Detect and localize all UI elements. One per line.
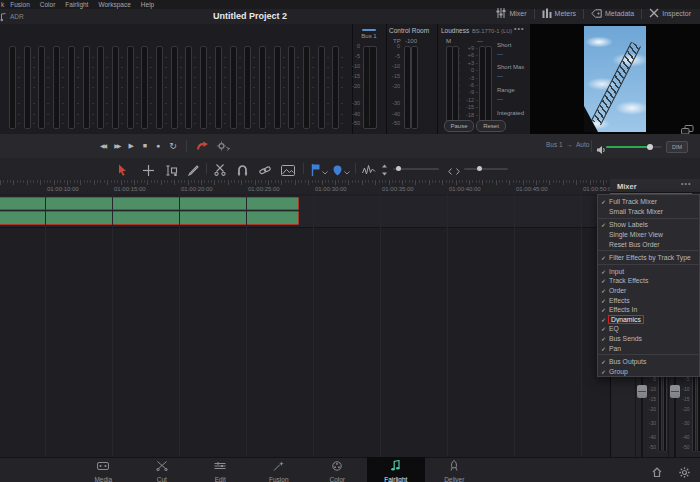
menu-item-help[interactable]: Help (141, 1, 154, 8)
marker-icon[interactable] (333, 162, 342, 180)
thumbnail-icon[interactable] (281, 162, 295, 180)
home-icon[interactable] (652, 464, 662, 482)
razor-icon[interactable] (214, 162, 226, 180)
monitor-mode-label[interactable]: Auto (576, 141, 589, 148)
strip-meter (692, 376, 696, 452)
track-meter (288, 46, 295, 129)
automation-settings-icon[interactable] (217, 137, 230, 155)
strip-scale-value: -30 (680, 421, 690, 426)
menu-item-label: Effects (609, 297, 630, 304)
menu-item-filter-effects-by-track-type[interactable]: ✓Filter Effects by Track Type (598, 253, 699, 263)
marker-dropdown-icon[interactable] (344, 162, 350, 180)
mixer-icon (496, 8, 506, 19)
rewind-button[interactable]: ◀◀ (100, 141, 105, 151)
menu-item-order[interactable]: ✓Order (598, 286, 699, 296)
adr-icon[interactable] (0, 8, 6, 26)
menu-item-track-effects[interactable]: ✓Track Effects (598, 276, 699, 286)
record-button[interactable]: ● (156, 141, 160, 151)
flag-icon[interactable] (311, 162, 320, 180)
vertical-zoom-icon[interactable] (381, 162, 388, 180)
menu-item-dynamics[interactable]: ✓Dynamics (598, 315, 699, 325)
mixer-panel-title: Mixer (617, 182, 637, 191)
meter-tick (165, 87, 167, 88)
gear-icon[interactable] (679, 464, 690, 482)
adr-label[interactable]: ADR (10, 13, 24, 20)
meter-tick (180, 67, 182, 68)
menu-item-reset-bus-order[interactable]: Reset Bus Order (598, 239, 699, 249)
loudness-options-icon[interactable]: ••• (514, 25, 524, 32)
zoom-presets-icon[interactable] (362, 162, 376, 180)
play-button[interactable]: ▶ (128, 141, 133, 151)
meter-tick (136, 87, 138, 88)
horizontal-zoom-slider[interactable] (464, 168, 508, 170)
loudness-stat-label: Integrated (497, 110, 524, 116)
tab-edit[interactable]: Edit (191, 457, 250, 482)
fusion-page-icon (273, 457, 284, 475)
meter-tick (297, 77, 299, 78)
timecode-label: 01:00:35:00 (382, 186, 414, 192)
range-selection-icon[interactable] (143, 162, 154, 180)
meter-tick (180, 87, 182, 88)
fast-forward-button[interactable]: ▶▶ (114, 141, 119, 151)
tab-cut[interactable]: Cut (133, 457, 192, 482)
vertical-zoom-knob[interactable] (396, 166, 401, 171)
menu-item-bus-outputs[interactable]: ✓Bus Outputs (598, 357, 699, 367)
tab-color[interactable]: Color (308, 457, 367, 482)
fader-handle[interactable] (637, 385, 647, 398)
scale-value: -20 (388, 84, 400, 89)
stop-button[interactable]: ■ (143, 141, 147, 151)
loudness-title: Loudness (441, 27, 469, 34)
snap-magnet-icon[interactable] (237, 162, 248, 180)
timeline-tracks[interactable] (0, 194, 610, 457)
menu-item-input[interactable]: ✓Input (598, 267, 699, 277)
menu-item-single-mixer-view[interactable]: Single Mixer View (598, 230, 699, 240)
tab-deliver[interactable]: Deliver (425, 457, 484, 482)
horizontal-zoom-icon[interactable] (448, 162, 460, 180)
menu-item-show-labels[interactable]: ✓Show Labels (598, 220, 699, 230)
menu-item-label: Order (609, 287, 626, 294)
menu-item-full-track-mixer[interactable]: ✓Full Track Mixer (598, 197, 699, 207)
pause-button[interactable]: Pause (444, 120, 474, 132)
dim-button[interactable]: DIM (666, 141, 688, 153)
meter-tick (253, 77, 255, 78)
menu-item-fusion[interactable]: Fusion (10, 1, 30, 8)
meters-panel-button[interactable]: Meters (535, 8, 583, 19)
menu-item-fairlight[interactable]: Fairlight (65, 1, 88, 8)
tab-fusion[interactable]: Fusion (250, 457, 309, 482)
fader-handle[interactable] (670, 385, 680, 398)
scale-value: -5 (388, 54, 400, 59)
reset-button[interactable]: Reset (476, 120, 506, 132)
selection-tool-icon[interactable] (117, 162, 127, 180)
mixer-panel-button[interactable]: Mixer (489, 8, 533, 19)
ruler-ticks-coarse (0, 180, 610, 185)
link-icon[interactable] (259, 162, 271, 180)
metadata-panel-button[interactable]: Metadata (584, 9, 641, 19)
meter-tick (209, 67, 211, 68)
menu-item-eq[interactable]: ✓EQ (598, 324, 699, 334)
menu-item-pan[interactable]: ✓Pan (598, 343, 699, 353)
meter-tick (150, 87, 152, 88)
menu-item-bus-sends[interactable]: ✓Bus Sends (598, 334, 699, 344)
tab-media[interactable]: Media (74, 457, 133, 482)
horizontal-zoom-knob[interactable] (477, 166, 482, 171)
speaker-icon[interactable] (596, 141, 607, 159)
menu-item-color[interactable]: Color (40, 1, 56, 8)
menu-item-small-track-mixer[interactable]: Small Track Mixer (598, 207, 699, 217)
menu-item-effects-in[interactable]: ✓Effects In (598, 305, 699, 315)
mixer-options-icon[interactable]: ••• (681, 180, 691, 187)
monitor-bus-label[interactable]: Bus 1 (546, 141, 563, 148)
loop-button[interactable]: ↻ (169, 141, 177, 151)
menu-item-group[interactable]: ✓Group (598, 367, 699, 377)
meter-tick (47, 114, 49, 115)
flag-dropdown-icon[interactable] (322, 162, 328, 180)
menu-item-effects[interactable]: ✓Effects (598, 295, 699, 305)
inspector-panel-button[interactable]: Inspector (642, 8, 698, 19)
automation-record-icon[interactable] (196, 137, 208, 155)
meter-tick (327, 114, 329, 115)
loudness-meter-right-b (485, 46, 492, 127)
pencil-tool-icon[interactable] (188, 162, 199, 180)
monitor-volume-knob[interactable] (647, 144, 653, 150)
edit-selection-icon[interactable] (166, 162, 178, 180)
menu-item-workspace[interactable]: Workspace (98, 1, 130, 8)
tab-fairlight[interactable]: Fairlight (367, 457, 426, 482)
